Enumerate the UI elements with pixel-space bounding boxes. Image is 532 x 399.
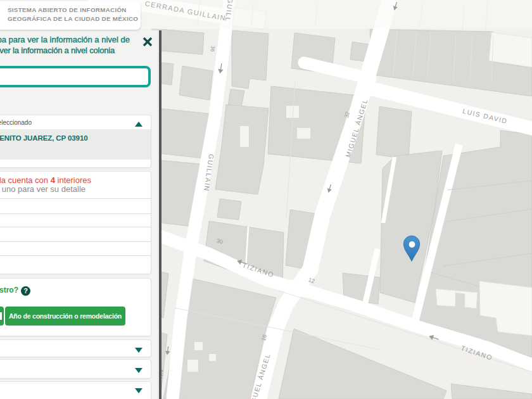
svg-text:30: 30: [216, 238, 224, 245]
svg-text:36: 36: [210, 46, 217, 53]
